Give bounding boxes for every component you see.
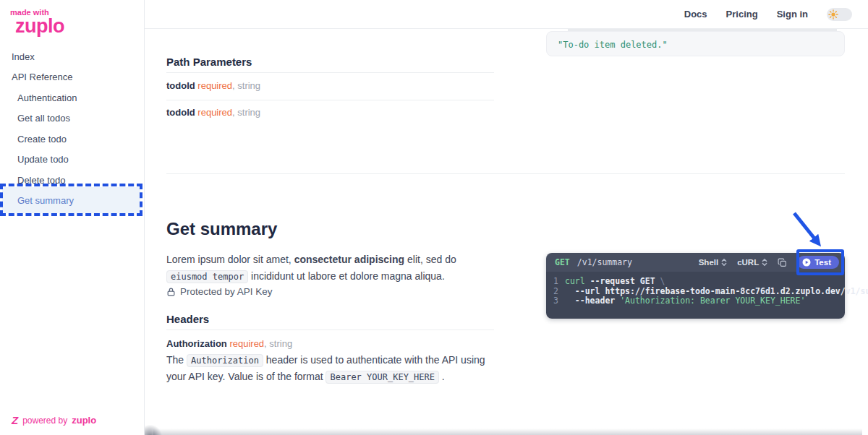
param-required-badge: required [197,80,232,91]
chevron-up-down-icon [721,258,727,267]
code-token: \ [660,276,665,286]
chevron-up-down-icon [762,258,767,267]
param-name: todoId [166,80,195,91]
format-select-value: cURL [737,258,759,267]
sidebar-item-delete-todo[interactable]: Delete todo [0,171,144,189]
endpoint-path: /v1/summary [577,257,632,267]
lock-icon [166,287,176,297]
http-method-badge: GET [555,257,570,267]
code-token: --url https://firebase-todo-main-8cc76d1… [565,286,868,296]
sidebar-item-get-all-todos[interactable]: Get all todos [0,109,144,126]
line-number: 2 [553,287,565,297]
endpoint-description: Lorem ipsum dolor sit amet, consectetur … [166,251,503,285]
docs-link[interactable]: Docs [684,9,707,20]
code-token: curl [565,276,590,286]
sidebar-item-api-reference[interactable]: API Reference [0,68,144,85]
page-title-get-summary: Get summary [166,219,277,239]
code-line-2: 2 --url https://firebase-todo-main-8cc76… [553,287,845,297]
copy-icon [778,258,787,267]
desc-text: incididunt ut labore et dolore magna ali… [248,270,445,282]
response-example-code: "To-do item deleted." [558,40,668,50]
code-panel-controls: Shell cURL [699,256,839,269]
test-button[interactable]: Test [797,256,839,269]
authorization-description: The Authorization header is used to auth… [166,352,503,385]
divider [166,100,494,100]
desc-bold-text: consectetur adipiscing [294,254,404,265]
play-circle-icon [802,258,811,267]
code-line-3: 3 --header 'Authorization: Bearer YOUR_K… [553,296,845,306]
divider [166,330,494,330]
param-name: todoId [166,107,195,118]
headers-heading: Headers [166,313,209,325]
language-select-shell[interactable]: Shell [699,258,727,267]
zuplo-logo-text: zuplo [15,17,144,36]
line-number: 1 [553,277,565,287]
desc-text: Lorem ipsum dolor sit amet, [166,254,294,265]
test-button-label: Test [814,258,831,267]
format-select-curl[interactable]: cURL [737,258,767,267]
sidebar-item-get-summary[interactable]: Get summary [2,187,140,213]
pricing-link[interactable]: Pricing [726,9,758,20]
sun-icon [828,9,838,20]
path-parameters-heading: Path Parameters [166,56,252,68]
code-line-1: 1curl --request GET \ [553,277,845,287]
code-token: --request GET [590,276,660,286]
copy-code-button[interactable] [778,258,787,267]
param-name: Authorization [166,338,227,349]
param-required-badge: required [197,107,232,118]
param-row-todoid-2: todoId required, string [166,107,260,118]
inline-code: eiusmod tempor [166,270,248,283]
code-token: 'Authorization: Bearer YOUR_KEY_HERE' [620,296,805,306]
zuplo-z-icon: Z [12,415,18,426]
theme-toggle[interactable] [827,8,852,21]
sidebar-item-index[interactable]: Index [0,48,144,65]
powered-by-zuplo[interactable]: Z powered by zuplo [12,415,96,426]
powered-by-label: powered by [22,415,67,426]
code-panel-body: 1curl --request GET \ 2 --url https://fi… [546,272,845,319]
page-bottom-shadow [153,428,862,435]
made-with-zuplo-logo[interactable]: made with zuplo [0,0,144,36]
code-token: --header [565,296,620,306]
sidebar: made with zuplo Index API Reference Auth… [0,0,145,435]
desc-text: . [439,371,445,382]
sidebar-item-authentication[interactable]: Authentication [0,89,144,106]
sign-in-link[interactable]: Sign in [777,9,808,20]
inline-code: Bearer YOUR_KEY_HERE [326,371,439,384]
desc-text: The [166,354,187,366]
desc-text: elit, sed do [404,254,456,265]
param-row-authorization: Authorization required, string [166,338,292,349]
divider [166,72,494,73]
code-panel-header: GET /v1/summary Shell cURL [546,253,845,272]
param-type: , string [232,80,260,91]
param-required-badge: required [229,338,264,349]
sidebar-item-update-todo[interactable]: Update todo [0,150,144,168]
protected-label: Protected by API Key [180,286,273,297]
request-code-panel: GET /v1/summary Shell cURL [546,253,845,319]
protected-by-api-key: Protected by API Key [166,286,273,297]
inline-code: Authorization [187,354,263,367]
language-select-value: Shell [699,258,718,267]
powered-by-zuplo-text: zuplo [72,415,96,426]
sidebar-item-create-todo[interactable]: Create todo [0,130,144,147]
section-divider [166,173,845,174]
top-navigation: Docs Pricing Sign in [145,0,868,29]
param-type: , string [232,107,260,118]
param-type: , string [264,338,292,349]
line-number: 3 [553,296,565,306]
param-row-todoid-1: todoId required, string [166,80,260,91]
